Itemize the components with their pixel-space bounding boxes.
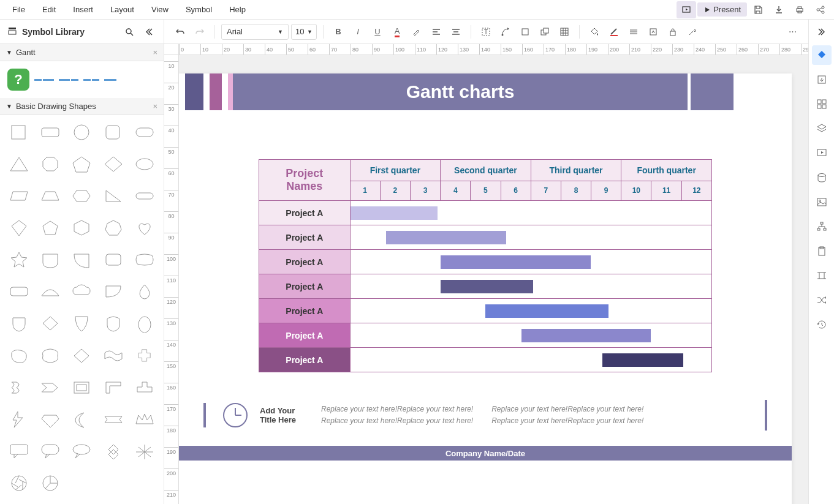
canvas[interactable]: Gantt charts ProjectNames First quarter … (179, 55, 808, 504)
more-button[interactable]: ⋯ (784, 23, 801, 40)
shape-teardrop[interactable] (36, 247, 64, 272)
project-label[interactable]: Project A (259, 348, 351, 372)
shape-wave[interactable] (99, 344, 127, 368)
shape-shield[interactable] (5, 311, 32, 336)
header-month[interactable]: 6 (501, 181, 531, 200)
menu-edit[interactable]: Edit (34, 1, 64, 18)
header-month[interactable]: 4 (441, 181, 471, 200)
menu-insert[interactable]: Insert (64, 1, 102, 18)
header-q1[interactable]: First quarter (350, 160, 441, 181)
chart-title[interactable]: Gantt charts (228, 73, 688, 110)
shape-ellipse[interactable] (131, 152, 159, 176)
shape-cloud[interactable] (68, 279, 96, 304)
shape-banner[interactable] (99, 407, 127, 432)
gantt-bar[interactable] (351, 206, 438, 220)
gantt-shape-2[interactable] (59, 79, 78, 81)
shape-rounded-square[interactable] (99, 120, 127, 145)
underline-button[interactable]: U (369, 23, 386, 40)
history-button[interactable] (812, 315, 832, 334)
gantt-shape-1[interactable] (34, 79, 54, 81)
footer-text-1[interactable]: Replace your text here!Replace your text… (321, 404, 473, 427)
shape-drop[interactable] (131, 279, 159, 304)
shape-cushion[interactable] (131, 247, 159, 272)
shape-quarter[interactable] (99, 279, 127, 304)
shape-square[interactable] (5, 120, 32, 145)
gantt-bar[interactable] (521, 329, 651, 342)
shape-hexagon[interactable] (68, 184, 96, 208)
header-month[interactable]: 5 (471, 181, 501, 200)
collapse-left-icon[interactable] (142, 24, 156, 39)
shape-card[interactable] (99, 247, 127, 272)
shape-teardrop2[interactable] (68, 247, 96, 272)
project-label[interactable]: Project A (259, 225, 351, 250)
tools-button[interactable] (684, 23, 701, 40)
italic-button[interactable]: I (349, 23, 366, 40)
header-month[interactable]: 9 (591, 181, 621, 200)
gantt-row[interactable] (350, 299, 711, 323)
project-label[interactable]: Project A (259, 274, 351, 299)
shape-pentagon2[interactable] (36, 216, 64, 240)
shape-speech-rect[interactable] (5, 439, 32, 464)
header-q2[interactable]: Second quarter (441, 160, 531, 181)
shape-grid[interactable] (131, 439, 159, 464)
shape-gem[interactable] (36, 407, 64, 432)
header-q3[interactable]: Third quarter (531, 160, 621, 181)
data-button[interactable] (812, 168, 832, 187)
shape-cross[interactable] (131, 344, 159, 368)
shape-plaque[interactable] (36, 344, 64, 368)
shape-lightning[interactable] (5, 407, 32, 432)
shape-crown[interactable] (131, 407, 159, 432)
shape-circle[interactable] (68, 120, 96, 145)
fill-button[interactable] (586, 23, 603, 40)
shape-triangle[interactable] (5, 152, 32, 176)
bold-button[interactable]: B (330, 23, 347, 40)
grid-button[interactable] (812, 94, 832, 114)
slideshow-icon[interactable] (677, 1, 696, 18)
project-label[interactable]: Project A (259, 201, 351, 225)
shuffle-button[interactable] (812, 290, 832, 310)
shape-blob[interactable] (5, 344, 32, 368)
gantt-table[interactable]: ProjectNames First quarter Second quarte… (259, 159, 712, 372)
align-button[interactable] (812, 266, 832, 285)
shape-rounded-rect[interactable] (36, 120, 64, 145)
gantt-bar[interactable] (441, 255, 591, 269)
redo-button[interactable] (191, 23, 208, 40)
header-month[interactable]: 8 (561, 181, 591, 200)
shape-octagon[interactable] (36, 152, 64, 176)
company-bar[interactable]: Company Name/Date (179, 446, 792, 461)
present-button[interactable]: Present (697, 2, 747, 17)
search-icon[interactable] (122, 24, 137, 39)
shape-pill[interactable] (131, 184, 159, 208)
table-button[interactable] (556, 23, 573, 40)
gantt-bar[interactable] (485, 304, 608, 318)
shape-rounded-rect2[interactable] (5, 279, 32, 304)
menu-file[interactable]: File (4, 1, 34, 18)
shape-heart[interactable] (131, 216, 159, 240)
gantt-bar[interactable] (602, 353, 683, 367)
download-icon[interactable] (769, 1, 789, 18)
shape-heptagon[interactable] (99, 216, 127, 240)
shape-frame[interactable] (68, 375, 96, 400)
shape-speech-round[interactable] (36, 439, 64, 464)
undo-button[interactable] (172, 23, 189, 40)
shape-wave2[interactable] (5, 375, 32, 400)
shape-rhombus[interactable] (68, 344, 96, 368)
shape-speech-oval[interactable] (68, 439, 96, 464)
footer-title[interactable]: Add YourTitle Here (260, 406, 309, 424)
shape-pentagon[interactable] (68, 152, 96, 176)
header-month[interactable]: 1 (350, 181, 380, 200)
gantt-row[interactable] (350, 274, 711, 299)
export-button[interactable] (812, 70, 832, 89)
gantt-row[interactable] (350, 348, 711, 372)
shape-plus[interactable] (131, 375, 159, 400)
shape-diamond2[interactable] (36, 311, 64, 336)
align-h-button[interactable] (428, 23, 445, 40)
line-style-button[interactable] (625, 23, 642, 40)
header-month[interactable]: 11 (651, 181, 681, 200)
menu-view[interactable]: View (143, 1, 177, 18)
font-select[interactable]: Arial▼ (221, 24, 289, 40)
menu-layout[interactable]: Layout (102, 1, 143, 18)
shape-lframe[interactable] (99, 375, 127, 400)
shape-arrow[interactable] (36, 375, 64, 400)
quick-style-button[interactable] (645, 23, 662, 40)
